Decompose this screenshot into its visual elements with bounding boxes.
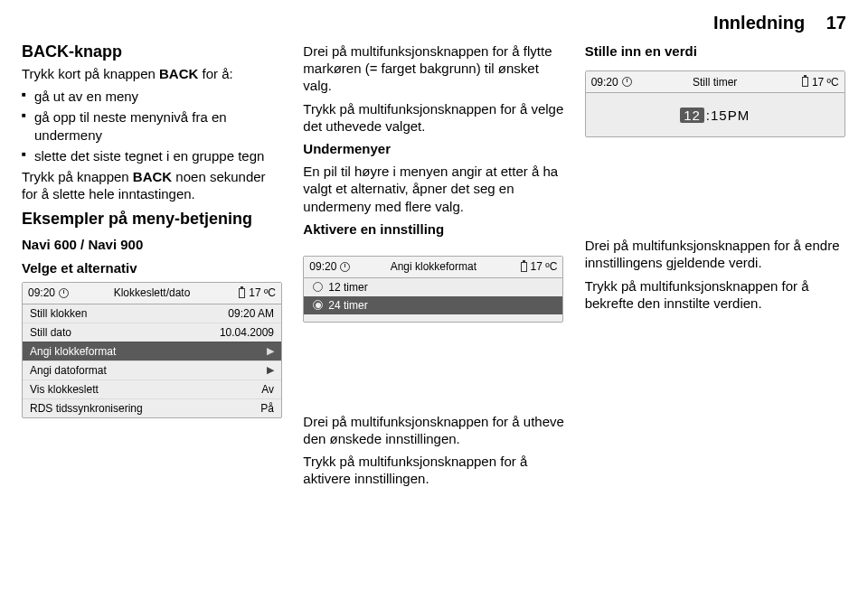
statusbar: 09:20 Klokkeslett/dato 17 ºC: [23, 283, 281, 304]
chevron-right-icon: ▶: [267, 345, 274, 357]
row-label: RDS tidssynkronisering: [30, 402, 143, 415]
rotate-knob-text: Drei på multifunksjonsknappen for å flyt…: [303, 42, 564, 95]
battery-icon: [802, 77, 808, 87]
row-value: 10.04.2009: [220, 326, 274, 339]
submenu-text: En pil til høyre i menyen angir at etter…: [303, 163, 564, 215]
page-header: Innledning 17: [22, 13, 846, 33]
menu-row[interactable]: Still dato 10.04.2009: [23, 323, 281, 342]
timer-hours-selected: 12: [680, 108, 704, 123]
press-activate-text: Trykk på multifunksjonsknappen for å akt…: [303, 453, 564, 487]
radio-on-icon: [313, 300, 323, 310]
press-confirm-text: Trykk på multifunksjonsknappen for å bek…: [585, 277, 846, 312]
clock-icon: [340, 262, 350, 272]
timer-value[interactable]: 12 : 15 PM: [586, 93, 844, 136]
radio-label: 12 timer: [328, 281, 367, 294]
statusbar: 09:20 Angi klokkeformat 17 ºC: [304, 257, 562, 278]
back-intro: Trykk kort på knappen BACK for å:: [22, 65, 283, 82]
battery-icon: [521, 262, 527, 272]
chevron-right-icon: ▶: [267, 364, 274, 376]
txt: Trykk kort på knappen: [22, 66, 159, 81]
clock-icon: [59, 288, 69, 298]
row-value: Av: [261, 383, 274, 396]
timer-minutes: 15: [711, 108, 728, 123]
status-temp: 17 ºC: [812, 76, 839, 89]
menu-row[interactable]: RDS tidssynkronisering På: [23, 398, 281, 417]
radio-option-24-selected[interactable]: 24 timer: [304, 296, 562, 314]
back-key-2: BACK: [133, 169, 172, 184]
back-bullets: gå ut av en meny gå opp til neste menyni…: [22, 88, 283, 164]
status-time: 09:20: [28, 286, 55, 299]
status-temp: 17 ºC: [531, 260, 558, 273]
page-number: 17: [826, 13, 846, 33]
row-value: På: [260, 402, 274, 415]
header-title: Innledning: [713, 13, 805, 33]
status-time: 09:20: [591, 76, 618, 89]
statusbar: 09:20 Still timer 17 ºC: [586, 71, 844, 93]
menu-row-selected[interactable]: Angi klokkeformat ▶: [23, 342, 281, 361]
row-label: Angi datoformat: [30, 364, 107, 377]
battery-icon: [239, 288, 245, 298]
back-key-1: BACK: [159, 66, 198, 81]
set-value-heading: Stille inn en verdi: [585, 42, 846, 60]
navi-heading: Navi 600 / Navi 900: [22, 236, 283, 253]
status-time: 09:20: [309, 260, 336, 273]
column-3: Stille inn en verdi 09:20 Still timer 17…: [585, 42, 846, 493]
menu-row[interactable]: Still klokken 09:20 AM: [23, 304, 281, 323]
row-label: Vis klokkeslett: [30, 383, 99, 396]
row-value: 09:20 AM: [228, 307, 274, 320]
bullet-3: slette det siste tegnet i en gruppe tegn: [22, 147, 283, 164]
submenu-heading: Undermenyer: [303, 140, 564, 157]
select-heading: Velge et alternativ: [22, 259, 283, 276]
menu-row[interactable]: Angi datoformat ▶: [23, 361, 281, 379]
rotate-highlight-text: Drei på multifunksjonsknappen for å uthe…: [303, 413, 564, 447]
bullet-2: gå opp til neste menynivå fra en underme…: [22, 108, 283, 143]
screen-clock-menu: 09:20 Klokkeslett/dato 17 ºC Still klokk…: [22, 282, 282, 418]
radio-off-icon: [313, 282, 323, 292]
radio-label: 24 timer: [328, 299, 367, 312]
menu-row[interactable]: Vis klokkeslett Av: [23, 379, 281, 398]
activate-heading: Aktivere en innstilling: [303, 220, 564, 238]
rotate-change-text: Drei på multifunksjonsknappen for å endr…: [585, 237, 846, 271]
press-knob-text: Trykk på multifunksjonsknappen for å vel…: [303, 100, 564, 135]
screen-set-timer: 09:20 Still timer 17 ºC 12 : 15 PM: [585, 70, 845, 137]
txt: for å:: [198, 66, 232, 81]
back-heading: BACK-knapp: [22, 42, 283, 61]
row-label: Still klokken: [30, 307, 87, 320]
status-temp: 17 ºC: [249, 286, 276, 299]
back-hold: Trykk på knappen BACK noen sekunder for …: [22, 168, 283, 202]
screen-title: Still timer: [647, 76, 783, 89]
clock-icon: [622, 77, 632, 87]
examples-heading: Eksempler på meny-betjening: [22, 210, 283, 229]
txt: Trykk på knappen: [22, 169, 133, 184]
column-2: Drei på multifunksjonsknappen for å flyt…: [303, 42, 564, 493]
row-label: Still dato: [30, 326, 71, 339]
timer-ampm: PM: [728, 108, 750, 123]
bullet-1: gå ut av en meny: [22, 88, 283, 105]
screen-title: Klokkeslett/dato: [84, 286, 220, 299]
screen-title: Angi klokkeformat: [365, 260, 501, 273]
column-1: BACK-knapp Trykk kort på knappen BACK fo…: [22, 42, 283, 493]
screen-clock-format: 09:20 Angi klokkeformat 17 ºC 12 timer 2…: [303, 256, 563, 323]
radio-option-12[interactable]: 12 timer: [304, 278, 562, 296]
row-label: Angi klokkeformat: [30, 345, 116, 358]
